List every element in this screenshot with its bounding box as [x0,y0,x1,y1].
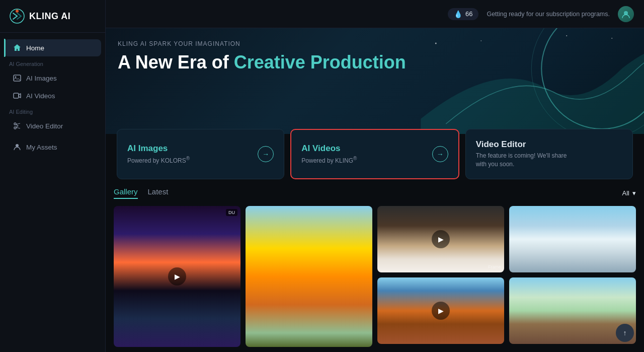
scroll-top-button[interactable]: ↑ [616,324,634,342]
sidebar-item-ai-images[interactable]: AI Images [4,69,101,87]
nav-section-label-generation: AI Generation [0,57,105,69]
feature-card-ai-videos-title: AI Videos [301,144,357,154]
person-icon [13,143,21,151]
avatar[interactable] [618,6,634,22]
feature-card-ai-videos[interactable]: AI Videos Powered by KLING® → [290,129,459,179]
nav-section: Home AI Generation AI Images AI Videos A… [0,33,105,162]
sidebar-item-ai-videos[interactable]: AI Videos [4,87,101,104]
feature-card-video-editor-content: Video Editor The feature is coming! We'l… [476,139,577,169]
sidebar-home-label: Home [26,44,44,52]
nav-section-label-editing: AI Editing [0,105,105,117]
hero-subtitle: KLING AI SPARK YOUR IMAGINATION [118,40,406,47]
gallery-tabs: Gallery Latest [114,187,168,199]
sidebar-item-home[interactable]: Home [4,39,101,56]
svg-rect-4 [14,93,19,98]
sidebar-item-my-assets[interactable]: My Assets [4,138,101,156]
svg-point-11 [435,43,436,44]
sidebar: KLING AI Home AI Generation AI Images AI… [0,0,106,352]
gallery-item-cat[interactable] [246,206,372,347]
feature-card-ai-videos-content: AI Videos Powered by KLING® [301,144,357,164]
active-indicator [4,39,6,57]
feature-card-video-editor-desc: The feature is coming! We'll share with … [476,152,577,169]
gallery-item-pyramid[interactable]: ▶ [377,277,504,344]
home-icon [13,44,21,52]
hero-title-accent: Creative Production [234,52,406,73]
credits-count: 66 [465,10,472,18]
app-name: KLING AI [29,11,70,22]
feature-card-ai-images[interactable]: AI Images Powered by KOLORS® → [117,129,284,179]
gallery-col-1: ▶ DU [114,206,240,347]
svg-point-5 [14,123,16,125]
logo-area: KLING AI [0,0,105,33]
tab-latest[interactable]: Latest [148,187,169,199]
image-tag: DU [226,209,237,216]
header: 💧 66 Getting ready for our subscription … [106,0,644,28]
gallery-item-coffee[interactable]: ▶ Frame [377,206,504,272]
gallery-section: Gallery Latest All ▾ ▶ DU [106,179,644,352]
gallery-item-city[interactable]: ▶ DU [114,206,240,347]
gallery-col-4 [509,206,636,347]
gallery-filter[interactable]: All ▾ [622,189,636,197]
image-icon [13,74,21,82]
ai-images-arrow[interactable]: → [258,146,274,162]
gallery-grid: ▶ DU ▶ Frame ▶ [114,206,636,347]
scissors-icon [13,122,21,130]
hero-title-plain: A New Era of [118,52,234,73]
svg-point-15 [480,40,481,41]
logo-icon [9,8,25,24]
avatar-icon [621,10,630,19]
feature-card-ai-images-content: AI Images Powered by KOLORS® [127,144,190,164]
svg-point-14 [566,35,567,36]
play-button-pyramid[interactable]: ▶ [432,302,450,320]
feature-card-ai-images-sub: Powered by KOLORS® [127,156,190,164]
sidebar-ai-images-label: AI Images [26,75,57,82]
video-icon [13,92,21,100]
sidebar-ai-videos-label: AI Videos [26,92,55,100]
watermark-coffee: Frame [488,264,501,269]
main-content: 💧 66 Getting ready for our subscription … [106,0,644,352]
svg-point-6 [14,127,16,129]
gallery-item-chess[interactable] [509,206,636,272]
gallery-col-3: ▶ Frame ▶ [377,206,504,347]
sidebar-video-editor-label: Video Editor [26,122,63,130]
play-button[interactable]: ▶ [168,267,186,286]
tab-gallery[interactable]: Gallery [114,187,138,199]
svg-point-7 [16,144,19,147]
feature-card-video-editor[interactable]: Video Editor The feature is coming! We'l… [465,129,633,179]
sidebar-my-assets-label: My Assets [26,144,57,151]
hero-banner: KLING AI SPARK YOUR IMAGINATION A New Er… [106,28,644,134]
drop-icon: 💧 [454,10,462,18]
svg-rect-2 [14,75,21,81]
feature-cards: AI Images Powered by KOLORS® → AI Videos… [106,129,644,179]
hero-title: A New Era of Creative Production [118,51,406,73]
chevron-down-icon: ▾ [632,189,636,197]
feature-card-ai-images-title: AI Images [127,144,190,154]
play-button-coffee[interactable]: ▶ [432,230,450,248]
svg-point-1 [16,10,19,13]
svg-point-12 [611,38,612,39]
feature-card-video-editor-title: Video Editor [476,139,577,150]
credits-badge[interactable]: 💧 66 [448,8,478,20]
hero-content: KLING AI SPARK YOUR IMAGINATION A New Er… [118,40,406,73]
sidebar-item-video-editor[interactable]: Video Editor [4,117,101,134]
header-notice: Getting ready for our subscription progr… [487,11,610,18]
feature-card-ai-videos-sub: Powered by KLING® [301,156,357,164]
gallery-header: Gallery Latest All ▾ [114,187,636,199]
gallery-col-2 [246,206,372,347]
ai-videos-arrow[interactable]: → [432,146,448,162]
filter-label: All [622,189,629,197]
svg-point-3 [15,77,17,78]
